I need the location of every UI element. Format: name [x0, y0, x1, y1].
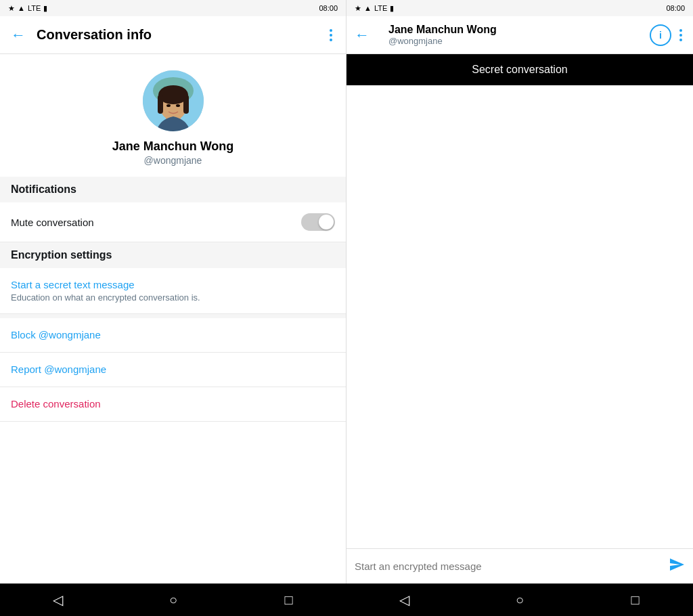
- mute-conversation-label: Mute conversation: [11, 217, 94, 228]
- bottom-navigation: ◁ ○ □ ◁ ○ □: [0, 584, 693, 616]
- right-header: ← Jane Manchun Wong @wongmjane i: [346, 16, 693, 54]
- avatar: [143, 70, 204, 131]
- left-home-nav-icon[interactable]: ○: [160, 586, 187, 613]
- mute-conversation-row: Mute conversation: [0, 202, 346, 242]
- block-user-item[interactable]: Block @wongmjane: [0, 318, 346, 353]
- battery-icon: ▮: [43, 4, 47, 13]
- svg-point-7: [166, 104, 171, 107]
- profile-section: Jane Manchun Wong @wongmjane: [0, 54, 346, 177]
- message-input-area: [346, 548, 693, 584]
- right-battery-icon: ▮: [390, 4, 394, 13]
- secret-conversation-banner: Secret conversation: [346, 54, 693, 85]
- right-more-menu-button[interactable]: [677, 26, 685, 44]
- delete-conversation-item[interactable]: Delete conversation: [0, 387, 346, 422]
- svg-rect-6: [183, 95, 189, 114]
- info-button[interactable]: i: [650, 24, 671, 46]
- left-status-icons: ★ ▲ LTE ▮: [8, 4, 47, 13]
- left-square-nav-icon[interactable]: □: [275, 586, 303, 613]
- secret-message-subtext: Education on what an encrypted conversat…: [11, 292, 335, 303]
- secret-message-link: Start a secret text message: [11, 279, 335, 290]
- wifi-icon: ▲: [18, 4, 25, 12]
- encryption-section-header: Encryption settings: [0, 242, 346, 268]
- right-lte-label: LTE: [374, 4, 387, 12]
- right-back-button[interactable]: ←: [355, 26, 370, 44]
- left-status-bar: ★ ▲ LTE ▮ 08:00: [0, 0, 346, 16]
- right-back-nav-icon[interactable]: ◁: [390, 586, 418, 613]
- toggle-knob: [319, 215, 334, 229]
- right-home-nav-icon[interactable]: ○: [506, 586, 533, 613]
- message-input[interactable]: [355, 560, 663, 572]
- right-panel: ★ ▲ LTE ▮ 08:00 ← Jane Manchun Wong @won…: [346, 0, 693, 584]
- right-header-handle: @wongmjane: [388, 36, 650, 46]
- chat-area: [346, 85, 693, 548]
- more-menu-button[interactable]: [327, 26, 335, 44]
- block-user-label: Block @wongmjane: [11, 329, 101, 340]
- left-header: ← Conversation info: [0, 16, 346, 54]
- right-wifi-icon: ▲: [364, 4, 372, 12]
- profile-name: Jane Manchun Wong: [112, 139, 234, 154]
- back-button[interactable]: ←: [11, 26, 26, 44]
- delete-conversation-label: Delete conversation: [11, 398, 101, 410]
- left-bottom-nav: ◁ ○ □: [0, 584, 346, 616]
- right-bottom-nav: ◁ ○ □: [346, 584, 693, 616]
- secret-message-item[interactable]: Start a secret text message Education on…: [0, 268, 346, 314]
- right-time: 08:00: [666, 4, 685, 12]
- left-panel: ★ ▲ LTE ▮ 08:00 ← Conversation info: [0, 0, 346, 584]
- profile-handle: @wongmjane: [144, 155, 202, 166]
- svg-point-8: [176, 104, 180, 107]
- right-bluetooth-icon: ★: [355, 4, 361, 13]
- lte-label: LTE: [28, 4, 41, 12]
- right-header-actions: i: [650, 24, 685, 46]
- left-back-nav-icon[interactable]: ◁: [44, 586, 71, 613]
- send-button[interactable]: [669, 556, 685, 576]
- right-header-name: Jane Manchun Wong: [388, 24, 650, 36]
- page-title: Conversation info: [37, 27, 327, 43]
- left-time: 08:00: [319, 4, 338, 12]
- right-status-bar: ★ ▲ LTE ▮ 08:00: [346, 0, 693, 16]
- right-square-nav-icon[interactable]: □: [622, 586, 649, 613]
- mute-toggle[interactable]: [301, 213, 335, 231]
- right-header-info: Jane Manchun Wong @wongmjane: [388, 24, 650, 46]
- report-user-item[interactable]: Report @wongmjane: [0, 353, 346, 387]
- svg-rect-5: [158, 95, 163, 114]
- bluetooth-icon: ★: [8, 4, 15, 13]
- right-status-icons: ★ ▲ LTE ▮: [355, 4, 394, 13]
- report-user-label: Report @wongmjane: [11, 364, 106, 375]
- notifications-section-header: Notifications: [0, 177, 346, 202]
